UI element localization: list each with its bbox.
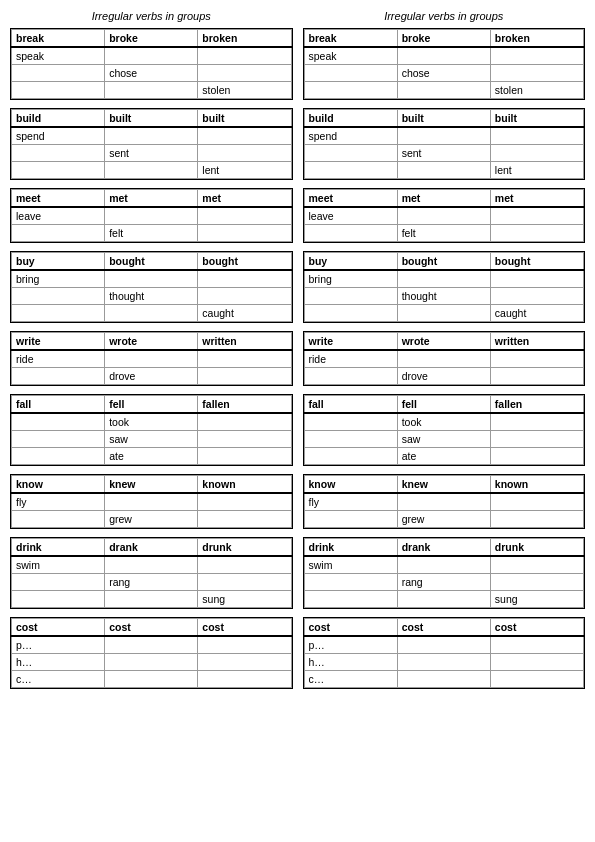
cell-8-3-1 bbox=[105, 671, 198, 688]
table-row: spend bbox=[304, 127, 584, 145]
table-row: knowknewknown bbox=[304, 476, 584, 494]
cell-5-3-0 bbox=[12, 448, 105, 465]
cell-1-1-2 bbox=[490, 127, 583, 145]
cell-2-2-2 bbox=[490, 225, 583, 242]
cell-5-1-0 bbox=[12, 413, 105, 431]
cell-0-3-2: stolen bbox=[490, 82, 583, 99]
verb-group-3: buyboughtboughtbringthoughtcaught bbox=[10, 251, 293, 323]
cell-0-0-1: broke bbox=[397, 30, 490, 48]
verb-group-7: drinkdrankdrunkswimrangsung bbox=[10, 537, 293, 609]
table-row: felt bbox=[304, 225, 584, 242]
cell-7-1-0: swim bbox=[12, 556, 105, 574]
cell-3-3-1 bbox=[397, 305, 490, 322]
cell-0-1-0: speak bbox=[12, 47, 105, 65]
cell-2-0-1: met bbox=[105, 190, 198, 208]
cell-8-2-2 bbox=[198, 654, 291, 671]
cell-2-1-0: leave bbox=[304, 207, 397, 225]
cell-8-2-0: h… bbox=[12, 654, 105, 671]
verb-group-6: knowknewknownflygrew bbox=[303, 474, 586, 529]
table-row: chose bbox=[12, 65, 292, 82]
table-row: stolen bbox=[12, 82, 292, 99]
table-row: ride bbox=[304, 350, 584, 368]
cell-6-0-2: known bbox=[490, 476, 583, 494]
cell-6-0-2: known bbox=[198, 476, 291, 494]
cell-6-2-0 bbox=[12, 511, 105, 528]
cell-2-0-2: met bbox=[490, 190, 583, 208]
cell-5-2-2 bbox=[198, 431, 291, 448]
cell-4-0-1: wrote bbox=[105, 333, 198, 351]
cell-5-1-1: took bbox=[105, 413, 198, 431]
cell-8-2-1 bbox=[397, 654, 490, 671]
verb-group-7: drinkdrankdrunkswimrangsung bbox=[303, 537, 586, 609]
cell-5-0-1: fell bbox=[105, 396, 198, 414]
cell-0-0-0: break bbox=[12, 30, 105, 48]
cell-3-0-1: bought bbox=[105, 253, 198, 271]
verb-group-0: breakbrokebrokenspeakchosestolen bbox=[10, 28, 293, 100]
table-row: costcostcost bbox=[12, 619, 292, 637]
page: Irregular verbs in groups breakbrokebrok… bbox=[10, 10, 585, 697]
cell-4-1-2 bbox=[198, 350, 291, 368]
table-row: meetmetmet bbox=[12, 190, 292, 208]
table-row: thought bbox=[304, 288, 584, 305]
cell-0-0-1: broke bbox=[105, 30, 198, 48]
cell-2-1-2 bbox=[198, 207, 291, 225]
cell-0-2-2 bbox=[198, 65, 291, 82]
cell-8-1-2 bbox=[198, 636, 291, 654]
cell-4-2-0 bbox=[304, 368, 397, 385]
cell-3-2-0 bbox=[304, 288, 397, 305]
cell-8-0-2: cost bbox=[198, 619, 291, 637]
table-row: bring bbox=[304, 270, 584, 288]
cell-6-1-1 bbox=[105, 493, 198, 511]
cell-4-0-2: written bbox=[198, 333, 291, 351]
cell-0-1-1 bbox=[105, 47, 198, 65]
table-row: grew bbox=[12, 511, 292, 528]
cell-5-3-2 bbox=[198, 448, 291, 465]
cell-7-3-0 bbox=[304, 591, 397, 608]
table-row: leave bbox=[12, 207, 292, 225]
cell-1-0-0: build bbox=[12, 110, 105, 128]
table-row: swim bbox=[12, 556, 292, 574]
table-row: fly bbox=[12, 493, 292, 511]
cell-1-3-1 bbox=[397, 162, 490, 179]
cell-7-0-2: drunk bbox=[198, 539, 291, 557]
cell-8-0-0: cost bbox=[12, 619, 105, 637]
cell-5-2-1: saw bbox=[105, 431, 198, 448]
table-row: drinkdrankdrunk bbox=[12, 539, 292, 557]
cell-1-3-2: lent bbox=[490, 162, 583, 179]
cell-6-1-0: fly bbox=[304, 493, 397, 511]
table-row: c… bbox=[304, 671, 584, 688]
cell-0-3-0 bbox=[304, 82, 397, 99]
table-row: sent bbox=[304, 145, 584, 162]
table-row: felt bbox=[12, 225, 292, 242]
cell-8-1-1 bbox=[397, 636, 490, 654]
cell-4-0-1: wrote bbox=[397, 333, 490, 351]
cell-4-0-0: write bbox=[12, 333, 105, 351]
table-row: meetmetmet bbox=[304, 190, 584, 208]
cell-0-0-2: broken bbox=[198, 30, 291, 48]
cell-5-2-0 bbox=[12, 431, 105, 448]
cell-5-1-2 bbox=[198, 413, 291, 431]
table-row: leave bbox=[304, 207, 584, 225]
cell-3-0-0: buy bbox=[12, 253, 105, 271]
table-row: ate bbox=[12, 448, 292, 465]
cell-8-3-2 bbox=[198, 671, 291, 688]
cell-6-1-0: fly bbox=[12, 493, 105, 511]
cell-1-0-2: built bbox=[490, 110, 583, 128]
table-row: took bbox=[304, 413, 584, 431]
cell-8-1-0: p… bbox=[12, 636, 105, 654]
cell-7-0-1: drank bbox=[397, 539, 490, 557]
cell-0-3-0 bbox=[12, 82, 105, 99]
cell-7-2-2 bbox=[490, 574, 583, 591]
cell-8-3-1 bbox=[397, 671, 490, 688]
cell-3-1-2 bbox=[490, 270, 583, 288]
cell-1-0-0: build bbox=[304, 110, 397, 128]
cell-8-1-1 bbox=[105, 636, 198, 654]
cell-2-1-0: leave bbox=[12, 207, 105, 225]
cell-1-1-1 bbox=[397, 127, 490, 145]
cell-1-2-0 bbox=[304, 145, 397, 162]
cell-2-2-1: felt bbox=[105, 225, 198, 242]
cell-5-2-2 bbox=[490, 431, 583, 448]
verb-group-4: writewrotewrittenridedrove bbox=[10, 331, 293, 386]
cell-6-0-0: know bbox=[304, 476, 397, 494]
cell-3-1-0: bring bbox=[12, 270, 105, 288]
